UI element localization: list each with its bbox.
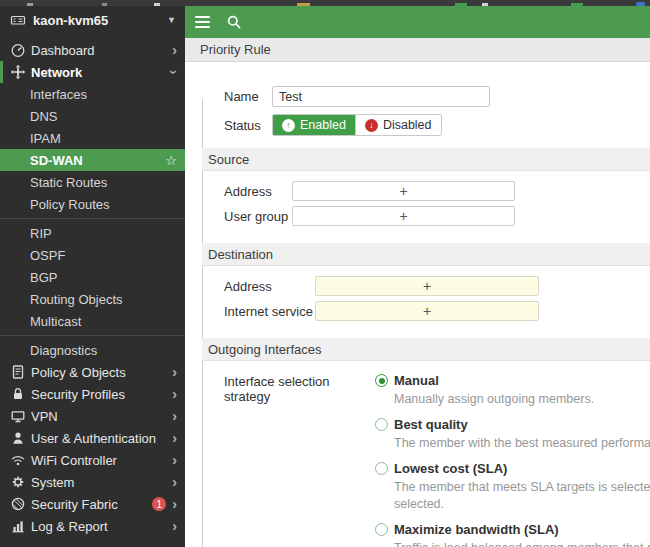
sidebar-item-label: BGP — [30, 270, 177, 285]
notification-badge: 1 — [152, 497, 166, 511]
sidebar-item-label: Policy & Objects — [31, 365, 172, 380]
sidebar-item-label: SD-WAN — [30, 153, 165, 168]
strategy-option-body: Maximize bandwidth (SLA)Traffic is load … — [394, 522, 650, 547]
sidebar-item-label: IPAM — [30, 131, 177, 146]
fortigate-ui: kaon-kvm65 ▼ Dashboard›Network›Interface… — [0, 0, 650, 547]
status-option-label: Enabled — [300, 118, 346, 132]
sidebar-item-policy-objects[interactable]: Policy & Objects› — [0, 361, 185, 383]
sidebar-item-diagnostics[interactable]: Diagnostics — [0, 339, 185, 361]
sidebar-item-dns[interactable]: DNS — [0, 105, 185, 127]
add-address-button[interactable]: + — [292, 181, 515, 201]
sidebar-item-multicast[interactable]: Multicast — [0, 310, 185, 332]
cut-off-icon-fragment — [102, 3, 107, 6]
sidebar-item-rip[interactable]: RIP — [0, 222, 185, 244]
circle-down-arrow-icon: ↓ — [365, 119, 378, 132]
monitor-icon — [10, 408, 26, 424]
field-label: Address — [224, 279, 315, 294]
plus-icon: + — [423, 279, 431, 293]
strategy-option-body: Lowest cost (SLA)The member that meets S… — [394, 461, 650, 513]
sidebar-item-interfaces[interactable]: Interfaces — [0, 83, 185, 105]
strategy-label: Interface selection strategy — [224, 373, 375, 404]
cut-off-icon-fragment — [297, 3, 310, 6]
strategy-option-lowest-cost-sla[interactable]: Lowest cost (SLA)The member that meets S… — [375, 461, 650, 513]
radio-manual[interactable] — [375, 374, 388, 387]
status-disabled-button[interactable]: ↓Disabled — [355, 115, 441, 135]
section-header-destination: Destination — [202, 243, 650, 266]
source-fields: Address+User group+ — [202, 181, 650, 226]
lock-icon — [10, 386, 26, 402]
sidebar-item-system[interactable]: System› — [0, 471, 185, 493]
sidebar-item-sd-wan[interactable]: SD-WAN☆ — [0, 149, 185, 171]
sidebar-item-label: OSPF — [30, 248, 177, 263]
circle-up-arrow-icon: ↑ — [282, 119, 295, 132]
plus-icon: + — [399, 209, 407, 223]
favorite-star-icon[interactable]: ☆ — [165, 153, 177, 168]
strategy-option-label: Lowest cost (SLA) — [394, 461, 650, 477]
chevron-right-icon: › — [172, 475, 177, 489]
strategy-option-description: The member with the best measured perfor… — [394, 435, 650, 452]
strategy-option-maximize-bandwidth-sla[interactable]: Maximize bandwidth (SLA)Traffic is load … — [375, 522, 650, 547]
strategy-option-manual[interactable]: ManualManually assign outgoing members. — [375, 373, 650, 408]
add-address-button[interactable]: + — [315, 276, 539, 296]
radio-maximize-bandwidth-sla[interactable] — [375, 523, 388, 536]
section-header-source: Source — [202, 148, 650, 171]
plus-icon: + — [399, 184, 407, 198]
user-group-row: User group+ — [202, 206, 650, 226]
radio-best-quality[interactable] — [375, 418, 388, 431]
add-user-group-button[interactable]: + — [292, 206, 515, 226]
sidebar-item-label: VPN — [31, 409, 172, 424]
status-enabled-button[interactable]: ↑Enabled — [273, 115, 355, 135]
gear-icon — [10, 474, 26, 490]
strategy-option-best-quality[interactable]: Best qualityThe member with the best mea… — [375, 417, 650, 452]
section-title: Outgoing Interfaces — [208, 342, 321, 357]
search-icon[interactable] — [226, 14, 242, 30]
address-row: Address+ — [202, 181, 650, 201]
cut-off-icon-fragment — [482, 3, 488, 6]
sidebar-item-label: DNS — [30, 109, 177, 124]
plus-icon: + — [423, 304, 431, 318]
hamburger-menu-icon[interactable] — [195, 16, 210, 28]
sidebar-item-vpn[interactable]: VPN› — [0, 405, 185, 427]
name-input[interactable] — [272, 86, 490, 107]
gauge-icon — [10, 42, 26, 58]
internet-service-row: Internet service+ — [202, 301, 650, 321]
sidebar-item-security-profiles[interactable]: Security Profiles› — [0, 383, 185, 405]
sidebar-item-label: User & Authentication — [31, 431, 172, 446]
chevron-right-icon: › — [172, 519, 177, 533]
strategy-option-description: Traffic is load balanced among members t… — [394, 540, 650, 547]
section-header-outgoing-interfaces: Outgoing Interfaces — [202, 338, 650, 361]
sidebar-item-user-authentication[interactable]: User & Authentication› — [0, 427, 185, 449]
priority-rule-panel: Name Status ↑Enabled↓Disabled Source Add… — [185, 86, 650, 547]
sidebar-item-routing-objects[interactable]: Routing Objects — [0, 288, 185, 310]
sidebar-item-bgp[interactable]: BGP — [0, 266, 185, 288]
sidebar-item-label: Interfaces — [30, 87, 177, 102]
appliance-icon — [10, 12, 26, 28]
page-title: Priority Rule — [200, 42, 271, 57]
section-title: Destination — [208, 247, 273, 262]
sidebar-item-label: WiFi Controller — [31, 453, 172, 468]
sidebar-item-policy-routes[interactable]: Policy Routes — [0, 193, 185, 215]
cut-off-icon-fragment — [636, 2, 645, 6]
sidebar-item-label: Log & Report — [31, 519, 172, 534]
sidebar-item-label: Diagnostics — [30, 343, 177, 358]
sidebar-item-wifi-controller[interactable]: WiFi Controller› — [0, 449, 185, 471]
device-selector[interactable]: kaon-kvm65 ▼ — [0, 6, 185, 34]
strategy-option-body: ManualManually assign outgoing members. — [394, 373, 594, 408]
sidebar-item-log-report[interactable]: Log & Report› — [0, 515, 185, 537]
destination-fields: Address+Internet service+ — [202, 276, 650, 321]
sidebar-item-ipam[interactable]: IPAM — [0, 127, 185, 149]
cut-off-icon-fragment — [154, 3, 160, 6]
interface-selection-strategy-row: Interface selection strategy ManualManua… — [202, 373, 650, 547]
section-title: Source — [208, 152, 249, 167]
sidebar-item-static-routes[interactable]: Static Routes — [0, 171, 185, 193]
sidebar-item-security-fabric[interactable]: Security Fabric1› — [0, 493, 185, 515]
strategy-option-description: Manually assign outgoing members. — [394, 391, 594, 408]
sidebar-item-dashboard[interactable]: Dashboard› — [0, 39, 185, 61]
add-internet-service-button[interactable]: + — [315, 301, 539, 321]
sidebar-item-network[interactable]: Network› — [0, 61, 185, 83]
strategy-option-description: The member that meets SLA targets is sel… — [394, 479, 650, 513]
field-label: Internet service — [224, 304, 315, 319]
user-icon — [10, 430, 26, 446]
sidebar-item-ospf[interactable]: OSPF — [0, 244, 185, 266]
radio-lowest-cost-sla[interactable] — [375, 462, 388, 475]
